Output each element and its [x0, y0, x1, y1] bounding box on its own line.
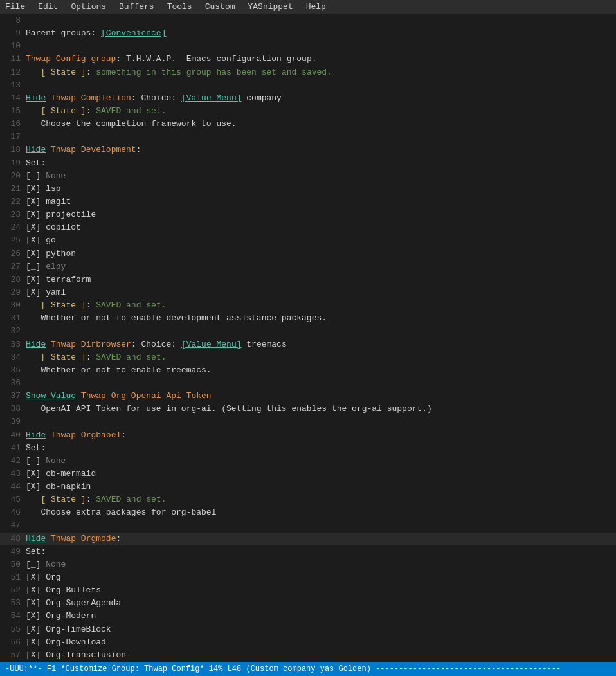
state-badge-12: [ State ]: [41, 68, 86, 77]
status-text: -UUU:**- F1 *Customize Group: Thwap Conf…: [5, 664, 561, 673]
line-23: 23 [X] projectile: [0, 208, 616, 221]
line-54: 54 [X] Org-Modern: [0, 610, 616, 623]
line-10: 10: [0, 40, 616, 53]
convenience-link[interactable]: [Convenience]: [101, 28, 166, 38]
state-badge-30: [ State ]: [41, 300, 86, 310]
line-45: 45 [ State ]: SAVED and set.: [0, 493, 616, 506]
line-13: 13: [0, 79, 616, 92]
show-value-openai-link[interactable]: Show Value: [26, 391, 76, 401]
line-28: 28 [X] terraform: [0, 273, 616, 286]
state-badge-45: [ State ]: [41, 495, 86, 504]
line-30: 30 [ State ]: SAVED and set.: [0, 299, 616, 312]
line-42: 42 [_] None: [0, 455, 616, 468]
line-46: 46 Choose extra packages for org-babel: [0, 506, 616, 519]
line-55: 55 [X] Org-TimeBlock: [0, 623, 616, 636]
hide-dirbrowser-link[interactable]: Hide: [26, 340, 46, 349]
value-menu-completion[interactable]: [Value Menu]: [181, 93, 242, 103]
menu-yasnippet[interactable]: YASnippet: [245, 1, 295, 12]
state-badge-34: [ State ]: [41, 352, 86, 362]
value-menu-dirbrowser[interactable]: [Value Menu]: [181, 340, 242, 349]
line-31: 31 Whether or not to enable development …: [0, 312, 616, 325]
line-19: 19 Set:: [0, 157, 616, 170]
line-21: 21 [X] lsp: [0, 183, 616, 196]
menu-help[interactable]: Help: [303, 1, 329, 12]
line-11: 11 Thwap Config group: T.H.W.A.P. Emacs …: [0, 53, 616, 66]
hide-orgbabel-link[interactable]: Hide: [26, 430, 46, 440]
line-17: 17: [0, 131, 616, 143]
line-57: 57 [X] Org-Transclusion: [0, 649, 616, 662]
line-29: 29 [X] yaml: [0, 286, 616, 299]
line-16: 16 Choose the completion framework to us…: [0, 118, 616, 131]
line-39: 39: [0, 416, 616, 428]
menu-buffers[interactable]: Buffers: [116, 1, 157, 12]
menu-options[interactable]: Options: [68, 1, 109, 12]
line-43: 43 [X] ob-mermaid: [0, 468, 616, 480]
line-34: 34 [ State ]: SAVED and set.: [0, 351, 616, 364]
menu-tools[interactable]: Tools: [165, 1, 195, 12]
line-22: 22 [X] magit: [0, 196, 616, 208]
line-36: 36: [0, 377, 616, 390]
line-38: 38 OpenAI API Token for use in org-ai. (…: [0, 403, 616, 416]
line-32: 32: [0, 325, 616, 338]
line-24: 24 [X] copilot: [0, 221, 616, 234]
line-26: 26 [X] python: [0, 248, 616, 260]
line-35: 35 Whether or not to enable treemacs.: [0, 364, 616, 377]
line-51: 51 [X] Org: [0, 571, 616, 584]
menu-file[interactable]: File: [3, 1, 28, 12]
line-25: 25 [X] go: [0, 234, 616, 247]
line-12: 12 [ State ]: something in this group ha…: [0, 66, 616, 79]
line-33: 33 Hide Thwap Dirbrowser: Choice: [Value…: [0, 338, 616, 351]
line-52: 52 [X] Org-Bullets: [0, 584, 616, 597]
status-bar: -UUU:**- F1 *Customize Group: Thwap Conf…: [0, 662, 616, 676]
line-56: 56 [X] Org-Download: [0, 636, 616, 649]
line-47: 47: [0, 519, 616, 532]
menu-custom[interactable]: Custom: [203, 1, 238, 12]
line-37: 37 Show Value Thwap Org Openai Api Token: [0, 390, 616, 403]
line-50: 50 [_] None: [0, 558, 616, 571]
line-41: 41 Set:: [0, 442, 616, 455]
line-14: 14 Hide Thwap Completion: Choice: [Value…: [0, 92, 616, 105]
line-18: 18 Hide Thwap Development:: [0, 143, 616, 156]
line-48: 48 Hide Thwap Orgmode:: [0, 533, 616, 545]
line-44: 44 [X] ob-napkin: [0, 480, 616, 493]
line-40: 40 Hide Thwap Orgbabel:: [0, 429, 616, 442]
line-27: 27 [_] elpy: [0, 260, 616, 273]
line-49: 49 Set:: [0, 545, 616, 558]
state-badge-15: [ State ]: [41, 106, 86, 116]
line-53: 53 [X] Org-SuperAgenda: [0, 597, 616, 610]
hide-completion-link[interactable]: Hide: [26, 93, 46, 103]
line-15: 15 [ State ]: SAVED and set.: [0, 105, 616, 118]
line-20: 20 [_] None: [0, 170, 616, 183]
hide-development-link[interactable]: Hide: [26, 145, 46, 154]
hide-orgmode-link[interactable]: Hide: [26, 534, 46, 544]
line-9: 9 Parent groups: [Convenience]: [0, 27, 616, 40]
menu-bar: File Edit Options Buffers Tools Custom Y…: [0, 0, 616, 14]
editor-area: 8 9 Parent groups: [Convenience] 10 11 T…: [0, 14, 616, 662]
line-8: 8: [0, 14, 616, 27]
menu-edit[interactable]: Edit: [35, 1, 60, 12]
